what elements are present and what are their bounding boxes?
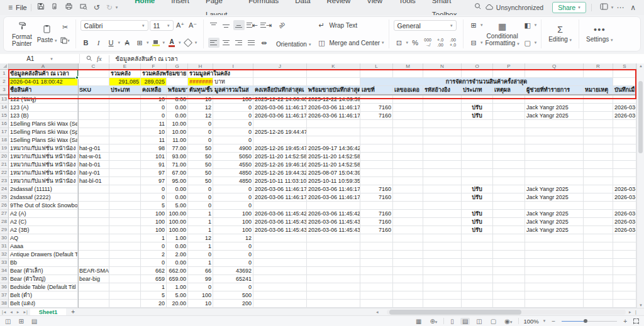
cell-available-last-saved[interactable]: 2025-12-22 14:09:39: [307, 95, 360, 104]
cell-category[interactable]: [109, 153, 141, 161]
cell[interactable]: [613, 78, 636, 86]
cell-reason[interactable]: [493, 202, 525, 210]
cell-reference-code[interactable]: [423, 161, 462, 169]
cell-qty-last-saved[interactable]: 2026-03-06 11:46:17: [253, 104, 307, 112]
cell-doc-number[interactable]: 7160: [360, 193, 393, 202]
cell-cost-per-unit[interactable]: 10: [188, 95, 213, 104]
cell-sku[interactable]: [78, 128, 109, 136]
cell[interactable]: [423, 70, 462, 78]
cell-stock-value[interactable]: 0: [213, 128, 253, 136]
cell-qty-available[interactable]: 95.00: [167, 177, 188, 185]
cell-note[interactable]: [584, 112, 613, 120]
first-sheet-icon[interactable]: |◂: [2, 310, 6, 315]
cell-product-name[interactable]: 1หมวกแก๊ปแฟชั่น หน้าน้อง: [9, 153, 78, 161]
cell-total-value-overflow[interactable]: ##########: [188, 78, 213, 86]
cell-order-number[interactable]: [393, 242, 423, 251]
cell-field-header[interactable]: คงเหลือ: [141, 86, 167, 94]
cell-field-header[interactable]: เลขออเดอ: [393, 86, 423, 94]
cell-qty-available[interactable]: 5.00: [167, 291, 188, 300]
visibility-icon[interactable]: ◉▾: [502, 318, 514, 325]
cell-note[interactable]: [584, 136, 613, 144]
cell-qty-last-saved[interactable]: 2026-03-06 11:45:42: [253, 210, 307, 218]
cell-adjustment-type[interactable]: [462, 291, 493, 300]
cell-category[interactable]: [109, 128, 141, 136]
cell[interactable]: [307, 78, 360, 86]
cell-qty-last-saved[interactable]: 2026-03-06 11:46:17: [253, 112, 307, 120]
cell-assistant[interactable]: [525, 161, 584, 169]
cell-qty-last-saved[interactable]: [253, 259, 307, 267]
currency-dropdown-icon[interactable]: ▾: [406, 40, 409, 45]
cell-saved-at[interactable]: 2026-03-06 11:45:: [613, 112, 636, 120]
editing-button[interactable]: Σ Editing ▾: [546, 20, 574, 48]
cell-field-header[interactable]: เหตุผล: [493, 86, 525, 94]
cell-stock-value[interactable]: 100: [213, 226, 253, 234]
scroll-down-icon[interactable]: ▼: [637, 303, 644, 307]
cell-reason[interactable]: [493, 177, 525, 185]
cell-qty-on-hand[interactable]: 100: [141, 210, 167, 218]
cell-sku[interactable]: BEAR-SMALL: [78, 267, 109, 275]
cell-reason[interactable]: [493, 283, 525, 291]
cell-available-last-saved[interactable]: 2025-09-17 14:36:42: [307, 144, 360, 153]
cell-saved-at[interactable]: [613, 234, 636, 242]
cell-doc-number[interactable]: 7160: [360, 112, 393, 120]
cell-cost-per-unit[interactable]: 50: [188, 177, 213, 185]
row-header-20[interactable]: 20: [0, 153, 9, 161]
cell-reason[interactable]: [493, 234, 525, 242]
cell-available-last-saved[interactable]: 2026-03-06 11:46:17: [307, 193, 360, 202]
cell-sku[interactable]: [78, 283, 109, 291]
cell-available-last-saved[interactable]: [307, 259, 360, 267]
cell-assistant[interactable]: [525, 144, 584, 153]
cell-available-last-saved[interactable]: [307, 300, 360, 308]
cell-adjustment-type[interactable]: [462, 95, 493, 104]
cell-cost-per-unit[interactable]: 50: [188, 153, 213, 161]
cell-reason[interactable]: [493, 275, 525, 283]
cell-field-header[interactable]: ประเภท: [462, 86, 493, 94]
cell-assistant[interactable]: Jack Yangr 2025: [525, 210, 584, 218]
print-icon[interactable]: [65, 0, 73, 15]
cell-product-name[interactable]: 9The Out of Stock Snowbo: [9, 202, 78, 210]
cell-doc-number[interactable]: [360, 161, 393, 169]
cell-order-number[interactable]: [393, 275, 423, 283]
row-header-23[interactable]: 23: [0, 177, 9, 185]
cell-category[interactable]: [109, 120, 141, 128]
cell-qty-available[interactable]: 77.00: [167, 144, 188, 153]
cell-doc-number[interactable]: [360, 136, 393, 144]
cell-available-last-saved[interactable]: [307, 291, 360, 300]
cell-qty-on-hand[interactable]: 5: [141, 291, 167, 300]
cell-qty-last-saved[interactable]: 2025-12-22 14:06:40: [253, 95, 307, 104]
align-middle-icon[interactable]: [221, 20, 232, 30]
cell-saved-at[interactable]: [613, 259, 636, 267]
cell-assistant[interactable]: Jack Yangr 2025: [525, 226, 584, 234]
cell-qty-on-hand[interactable]: 11: [141, 136, 167, 144]
cell-reason[interactable]: [493, 267, 525, 275]
formula-search-icon[interactable]: [86, 55, 92, 63]
justify-icon[interactable]: [246, 38, 257, 48]
cell-reference-code[interactable]: [423, 242, 462, 251]
column-header-C[interactable]: C: [78, 63, 109, 70]
row-header-15[interactable]: 15: [0, 112, 9, 120]
cell-available-last-saved[interactable]: [307, 275, 360, 283]
cell-assistant[interactable]: [525, 259, 584, 267]
cell-saved-at[interactable]: [613, 136, 636, 144]
cell-field-header[interactable]: ประเภท: [109, 86, 141, 94]
cell-field-header[interactable]: ผู้ช่วยที่ทำรายการ: [525, 86, 584, 94]
cell-sku[interactable]: [78, 104, 109, 112]
cell-product-name[interactable]: 123 (B): [9, 112, 78, 120]
cell-product-name[interactable]: 122 (ชมพู): [9, 95, 78, 104]
font-family-select[interactable]: Calibri▾: [80, 20, 148, 31]
cell-product-name[interactable]: 123 (A): [9, 104, 78, 112]
percent-format-icon[interactable]: %: [409, 38, 421, 48]
cell-reason[interactable]: [493, 104, 525, 112]
cell-product-name[interactable]: Belt (แดง): [9, 300, 78, 308]
decrease-indent-icon[interactable]: ⇤: [246, 20, 258, 30]
cell-doc-number[interactable]: [360, 242, 393, 251]
cell-product-name[interactable]: 2sdassaf (2222): [9, 193, 78, 202]
cell-product-name[interactable]: A2 (3B): [9, 226, 78, 234]
row-header-2[interactable]: 2: [0, 78, 9, 86]
cell-product-name[interactable]: Antique Drawers (Default T: [9, 251, 78, 259]
cell-qty-on-hand[interactable]: 5: [141, 202, 167, 210]
name-box-dropdown-icon[interactable]: ▾: [50, 57, 53, 62]
cell-qty-on-hand[interactable]: 20: [141, 300, 167, 308]
cell-doc-number[interactable]: [360, 128, 393, 136]
cell-order-number[interactable]: [393, 193, 423, 202]
